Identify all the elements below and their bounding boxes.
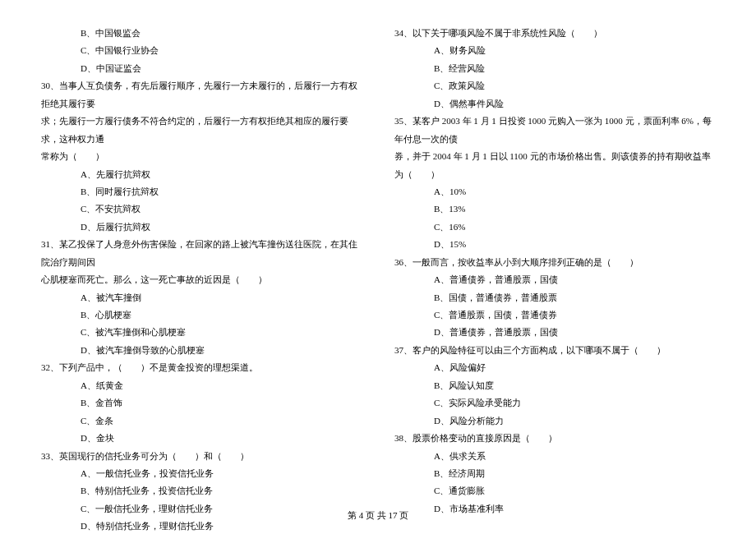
q36-option-a: A、普通债券，普通股票，国债 <box>394 271 715 288</box>
q32-stem-line1: 32、下列产品中，（ ）不是黄金投资的理想渠道。 <box>41 359 362 376</box>
q38-stem-line1: 38、股票价格变动的直接原因是（ ） <box>394 430 715 447</box>
q31-option-b: B、心肌梗塞 <box>41 306 362 324</box>
q32-option-b: B、金首饰 <box>41 394 362 412</box>
q36-option-d: D、普通债券，普通股票，国债 <box>394 324 715 341</box>
q35-option-b: B、13% <box>394 200 715 218</box>
right-column: 34、以下关于哪项风险不属于非系统性风险（ ） A、财务风险 B、经营风险 C、… <box>394 25 715 534</box>
q31-stem-line1: 31、某乙投保了人身意外伤害保险，在回家的路上被汽车撞伤送往医院，在其住院治疗期… <box>41 236 362 271</box>
q29-option-c: C、中国银行业协会 <box>41 42 362 59</box>
q35-stem-line1: 35、某客户 2003 年 1 月 1 日投资 1000 元购入一张为 1000… <box>394 113 715 148</box>
q37-option-a: A、风险偏好 <box>394 359 715 376</box>
q32-option-c: C、金条 <box>41 412 362 430</box>
q30-stem-line3: 常称为（ ） <box>41 148 362 165</box>
q30-option-d: D、后履行抗辩权 <box>41 219 362 236</box>
q30-option-a: A、先履行抗辩权 <box>41 166 362 183</box>
left-column: B、中国银监会 C、中国银行业协会 D、中国证监会 30、当事人互负债务，有先后… <box>41 25 362 534</box>
q30-option-c: C、不安抗辩权 <box>41 200 362 218</box>
q34-option-d: D、偶然事件风险 <box>394 95 715 113</box>
document-content: B、中国银监会 C、中国银行业协会 D、中国证监会 30、当事人互负债务，有先后… <box>41 25 715 534</box>
q36-option-c: C、普通股票，国债，普通债券 <box>394 306 715 324</box>
q37-stem-line1: 37、客户的风险特征可以由三个方面构成，以下哪项不属于（ ） <box>394 342 715 359</box>
q34-option-a: A、财务风险 <box>394 42 715 59</box>
q30-stem-line2: 求；先履行一方履行债务不符合约定的，后履行一方有权拒绝其相应的履行要求，这种权力… <box>41 113 362 148</box>
q36-option-b: B、国债，普通债券，普通股票 <box>394 289 715 306</box>
q33-option-b: B、特别信托业务，投资信托业务 <box>41 482 362 499</box>
q35-stem-line2: 券，并于 2004 年 1 月 1 日以 1100 元的市场价格出售。则该债券的… <box>394 148 715 183</box>
q37-option-b: B、风险认知度 <box>394 377 715 394</box>
q35-option-d: D、15% <box>394 236 715 253</box>
q34-option-b: B、经营风险 <box>394 60 715 77</box>
q31-option-d: D、被汽车撞倒导致的心肌梗塞 <box>41 342 362 359</box>
q32-option-a: A、纸黄金 <box>41 377 362 394</box>
q37-option-d: D、风险分析能力 <box>394 412 715 430</box>
q38-option-c: C、通货膨胀 <box>394 482 715 499</box>
q30-stem-line1: 30、当事人互负债务，有先后履行顺序，先履行一方未履行的，后履行一方有权拒绝其履… <box>41 77 362 113</box>
q36-stem-line1: 36、一般而言，按收益率从小到大顺序排列正确的是（ ） <box>394 254 715 271</box>
q32-option-d: D、金块 <box>41 430 362 447</box>
q31-option-a: A、被汽车撞倒 <box>41 289 362 306</box>
q30-option-b: B、同时履行抗辩权 <box>41 183 362 200</box>
q31-stem-line2: 心肌梗塞而死亡。那么，这一死亡事故的近因是（ ） <box>41 271 362 288</box>
q33-option-a: A、一般信托业务，投资信托业务 <box>41 465 362 482</box>
q35-option-a: A、10% <box>394 183 715 200</box>
page-footer: 第 4 页 共 17 页 <box>0 507 756 524</box>
q38-option-a: A、供求关系 <box>394 448 715 465</box>
q29-option-d: D、中国证监会 <box>41 60 362 77</box>
q33-stem-line1: 33、英国现行的信托业务可分为（ ）和（ ） <box>41 448 362 465</box>
q29-option-b: B、中国银监会 <box>41 25 362 42</box>
q31-option-c: C、被汽车撞倒和心肌梗塞 <box>41 324 362 341</box>
q34-stem-line1: 34、以下关于哪项风险不属于非系统性风险（ ） <box>394 25 715 42</box>
q34-option-c: C、政策风险 <box>394 77 715 94</box>
q37-option-c: C、实际风险承受能力 <box>394 394 715 412</box>
q35-option-c: C、16% <box>394 219 715 236</box>
q38-option-b: B、经济周期 <box>394 465 715 482</box>
